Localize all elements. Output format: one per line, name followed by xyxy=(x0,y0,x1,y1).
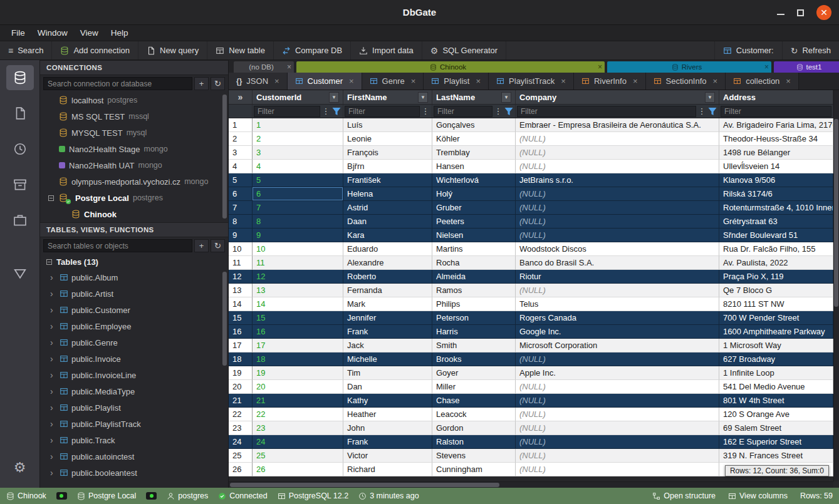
grid-cell[interactable]: Jack xyxy=(343,339,432,352)
table-item-public-booleantest[interactable]: ›public.booleantest xyxy=(40,465,228,481)
connections-scrollbar-thumb[interactable] xyxy=(222,95,227,219)
column-header-customerid[interactable]: CustomerId▾ xyxy=(253,90,343,104)
column-dropdown-button[interactable]: ▾ xyxy=(418,92,428,103)
filter-funnel-icon[interactable] xyxy=(504,106,514,117)
file-tab-sectioninfo[interactable]: SectionInfo× xyxy=(646,73,726,90)
grid-cell[interactable]: 700 W Pender Street xyxy=(719,311,833,325)
toolbar-button-new-query[interactable]: New query xyxy=(138,41,207,59)
grid-cell[interactable]: Rogers Canada xyxy=(516,311,719,325)
grid-cell[interactable]: 1 xyxy=(253,118,343,132)
grid-cell[interactable]: (NULL) xyxy=(516,463,719,476)
grid-cell[interactable]: 11 xyxy=(253,256,343,270)
toolbar-button-add-connection[interactable]: Add connection xyxy=(52,41,138,59)
grid-cell[interactable]: Luís xyxy=(343,118,432,132)
row-number[interactable]: 15 xyxy=(229,311,253,325)
grid-cell[interactable]: Martins xyxy=(432,242,516,256)
grid-cell[interactable]: Bjřrn xyxy=(343,160,432,173)
minimize-button[interactable] xyxy=(777,14,784,15)
grid-cell[interactable]: 801 W 4th Street xyxy=(719,394,833,408)
row-number[interactable]: 6 xyxy=(229,187,253,201)
grid-cell[interactable]: (NULL) xyxy=(516,284,719,297)
tables-scrollbar-thumb[interactable] xyxy=(222,272,227,366)
toolbar-button-customer[interactable]: Customer: xyxy=(714,41,782,59)
activity-item-filter[interactable] xyxy=(6,261,34,286)
grid-cell[interactable]: Banco do Brasil S.A. xyxy=(516,256,719,270)
grid-cell[interactable]: Smith xyxy=(432,339,516,352)
grid-cell[interactable]: (NULL) xyxy=(516,435,719,449)
grid-cell[interactable]: 21 xyxy=(253,394,343,408)
connection-item-ms-sql-test[interactable]: MS SQL TESTmssql xyxy=(40,108,228,125)
grid-cell[interactable]: Jennifer xyxy=(343,311,432,325)
grid-cell[interactable]: Chase xyxy=(432,394,516,408)
grid-cell[interactable]: Almeida xyxy=(432,270,516,284)
grid-cell[interactable]: Heather xyxy=(343,408,432,421)
column-dropdown-button[interactable]: ▾ xyxy=(329,92,339,103)
filter-menu-button[interactable]: ⋮ xyxy=(321,106,331,117)
db-group-tab-rivers[interactable]: Rivers× xyxy=(607,61,771,73)
grid-cell[interactable]: John xyxy=(343,421,432,435)
add-table-small-button[interactable]: + xyxy=(194,239,209,252)
grid-cell[interactable]: 319 N. Frances Street xyxy=(719,449,833,463)
grid-cell[interactable]: 16 xyxy=(253,325,343,339)
grid-cell[interactable]: Fernanda xyxy=(343,284,432,297)
column-header-address[interactable]: Address xyxy=(719,90,833,104)
row-number[interactable]: 23 xyxy=(229,421,253,435)
filter-funnel-icon[interactable] xyxy=(707,106,717,117)
grid-cell[interactable]: (NULL) xyxy=(516,352,719,366)
vertical-scrollbar-thumb[interactable] xyxy=(834,119,838,307)
column-header-firstname[interactable]: FirstName▾ xyxy=(343,90,432,104)
grid-cell[interactable]: 162 E Superior Street xyxy=(719,435,833,449)
grid-cell[interactable]: 3 xyxy=(253,146,343,160)
grid-cell[interactable]: Köhler xyxy=(432,132,516,146)
grid-cell[interactable]: František xyxy=(343,173,432,187)
row-number[interactable]: 17 xyxy=(229,339,253,352)
grid-cell[interactable]: 1 Microsoft Way xyxy=(719,339,833,352)
row-number[interactable]: 25 xyxy=(229,449,253,463)
grid-cell[interactable]: Rua Dr. Falcão Filho, 155 xyxy=(719,242,833,256)
grid-cell[interactable]: Rocha xyxy=(432,256,516,270)
close-icon[interactable]: × xyxy=(633,76,638,86)
grid-cell[interactable]: (NULL) xyxy=(516,408,719,421)
grid-cell[interactable]: Mark xyxy=(343,297,432,311)
grid-cell[interactable]: Dan xyxy=(343,380,432,394)
file-tab-collection[interactable]: collection× xyxy=(726,73,799,90)
file-tab-customer[interactable]: Customer× xyxy=(288,73,362,90)
filter-input-address[interactable] xyxy=(721,106,831,117)
grid-cell[interactable]: François xyxy=(343,146,432,160)
grid-cell[interactable]: Rilská 3174/6 xyxy=(719,187,833,201)
tables-group-row[interactable]: Tables (13) xyxy=(40,254,228,269)
file-tab-playlisttrack[interactable]: PlaylistTrack× xyxy=(489,73,574,90)
grid-cell[interactable]: 6 xyxy=(253,187,343,201)
file-tab-genre[interactable]: Genre× xyxy=(362,73,424,90)
grid-cell[interactable]: Kara xyxy=(343,229,432,242)
row-number[interactable]: 8 xyxy=(229,215,253,229)
grid-cell[interactable]: 627 Broadway xyxy=(719,352,833,366)
close-icon[interactable]: × xyxy=(598,63,602,71)
activity-item-history[interactable] xyxy=(6,136,34,162)
grid-cell[interactable]: 24 xyxy=(253,435,343,449)
grid-cell[interactable]: Tremblay xyxy=(432,146,516,160)
connection-item-postgre-local[interactable]: Postgre Localpostgres xyxy=(40,190,228,206)
grid-cell[interactable]: 14 xyxy=(253,297,343,311)
file-tab-riverinfo[interactable]: RiverInfo× xyxy=(574,73,646,90)
table-item-public-playlisttrack[interactable]: ›public.PlaylistTrack xyxy=(40,416,228,432)
grid-cell[interactable]: 17 xyxy=(253,339,343,352)
grid-cell[interactable]: 10 xyxy=(253,242,343,256)
grid-cell[interactable]: (NULL) xyxy=(516,380,719,394)
column-dropdown-button[interactable]: ▾ xyxy=(705,92,715,103)
grid-cell[interactable]: Frank xyxy=(343,325,432,339)
table-item-public-mediatype[interactable]: ›public.MediaType xyxy=(40,383,228,399)
grid-cell[interactable]: Miller xyxy=(432,380,516,394)
grid-cell[interactable]: Eduardo xyxy=(343,242,432,256)
expand-columns-button[interactable]: » xyxy=(229,90,253,104)
grid-cell[interactable]: 8 xyxy=(253,215,343,229)
grid-cell[interactable]: Nielsen xyxy=(432,229,516,242)
table-item-public-playlist[interactable]: ›public.Playlist xyxy=(40,399,228,416)
grid-cell[interactable]: 69 Salem Street xyxy=(719,421,833,435)
grid-cell[interactable]: (NULL) xyxy=(516,146,719,160)
grid-cell[interactable]: 1 Infinite Loop xyxy=(719,366,833,380)
activity-item-files[interactable] xyxy=(6,101,34,126)
filter-menu-button[interactable]: ⋮ xyxy=(493,106,503,117)
grid-cell[interactable]: Riotur xyxy=(516,270,719,284)
activity-item-settings[interactable]: ⚙ xyxy=(6,455,34,480)
